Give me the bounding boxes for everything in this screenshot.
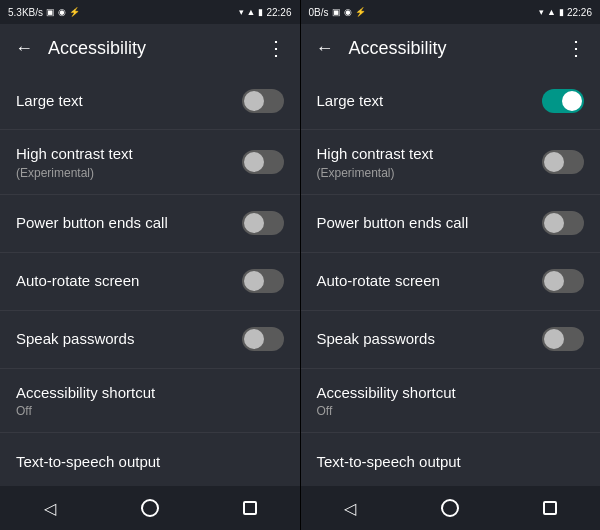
nav-bar: ◁ [301,486,601,530]
panel-right: 0B/s ▣ ◉ ⚡▾ ▲ ▮ 22:26←Accessibility⋮Larg… [301,0,601,530]
wifi-icon: ▾ [239,7,244,17]
settings-item-text: Auto-rotate screen [16,271,242,291]
toggle-large-text[interactable] [242,89,284,113]
settings-item-text: Speak passwords [317,329,543,349]
more-button[interactable]: ⋮ [560,32,592,64]
settings-item-label: Auto-rotate screen [16,271,242,291]
signal-bars: ▲ [547,7,556,17]
settings-item-text: Power button ends call [16,213,242,233]
settings-item-accessibility-shortcut[interactable]: Accessibility shortcutOff [301,369,601,434]
signal-bars: ▲ [247,7,256,17]
nav-bar: ◁ [0,486,300,530]
toggle-power-button[interactable] [242,211,284,235]
settings-item-speak-passwords[interactable]: Speak passwords [301,311,601,369]
settings-list: Large textHigh contrast text(Experimenta… [301,72,601,486]
back-button[interactable]: ← [309,32,341,64]
settings-item-label: Large text [317,91,543,111]
status-bar: 5.3KB/s ▣ ◉ ⚡▾ ▲ ▮ 22:26 [0,0,300,24]
settings-item-text: Text-to-speech output [317,452,585,472]
status-left: 0B/s ▣ ◉ ⚡ [309,7,366,18]
settings-item-label: High contrast text [317,144,543,164]
sim-icon: ▣ [332,7,341,17]
flash-icon: ⚡ [69,7,80,17]
toggle-high-contrast[interactable] [242,150,284,174]
settings-item-text: Auto-rotate screen [317,271,543,291]
battery-icon: ▮ [559,7,564,17]
flash-icon: ⚡ [355,7,366,17]
settings-item-label: Speak passwords [16,329,242,349]
settings-item-label: Power button ends call [317,213,543,233]
signal-speed: 5.3KB/s [8,7,43,18]
more-button[interactable]: ⋮ [260,32,292,64]
settings-item-text: Accessibility shortcutOff [16,383,284,419]
settings-item-sublabel: Off [16,404,284,418]
settings-item-label: Speak passwords [317,329,543,349]
toggle-large-text[interactable] [542,89,584,113]
clock: 22:26 [567,7,592,18]
status-bar: 0B/s ▣ ◉ ⚡▾ ▲ ▮ 22:26 [301,0,601,24]
settings-item-tts-output[interactable]: Text-to-speech output [301,433,601,486]
toggle-speak-passwords[interactable] [542,327,584,351]
settings-item-large-text[interactable]: Large text [0,72,300,130]
status-left: 5.3KB/s ▣ ◉ ⚡ [8,7,80,18]
settings-item-large-text[interactable]: Large text [301,72,601,130]
settings-item-high-contrast[interactable]: High contrast text(Experimental) [0,130,300,195]
settings-item-auto-rotate[interactable]: Auto-rotate screen [301,253,601,311]
location-icon: ◉ [58,7,66,17]
settings-item-power-button[interactable]: Power button ends call [301,195,601,253]
settings-item-text: Power button ends call [317,213,543,233]
back-button[interactable]: ← [8,32,40,64]
signal-speed: 0B/s [309,7,329,18]
settings-item-speak-passwords[interactable]: Speak passwords [0,311,300,369]
status-right: ▾ ▲ ▮ 22:26 [539,7,592,18]
toggle-auto-rotate[interactable] [242,269,284,293]
settings-item-high-contrast[interactable]: High contrast text(Experimental) [301,130,601,195]
toggle-high-contrast[interactable] [542,150,584,174]
settings-item-label: Accessibility shortcut [16,383,284,403]
nav-back-button[interactable]: ◁ [328,486,372,530]
settings-item-text: Large text [317,91,543,111]
nav-recent-button[interactable] [228,486,272,530]
settings-item-label: Large text [16,91,242,111]
toolbar: ←Accessibility⋮ [301,24,601,72]
settings-item-label: Text-to-speech output [317,452,585,472]
nav-home-button[interactable] [428,486,472,530]
settings-item-label: Power button ends call [16,213,242,233]
settings-item-text: Text-to-speech output [16,452,284,472]
nav-recent-button[interactable] [528,486,572,530]
settings-item-text: Large text [16,91,242,111]
toggle-power-button[interactable] [542,211,584,235]
settings-item-text: High contrast text(Experimental) [16,144,242,180]
nav-home-button[interactable] [128,486,172,530]
settings-item-auto-rotate[interactable]: Auto-rotate screen [0,253,300,311]
settings-item-sublabel: (Experimental) [16,166,242,180]
status-right: ▾ ▲ ▮ 22:26 [239,7,292,18]
settings-item-tts-output[interactable]: Text-to-speech output [0,433,300,486]
nav-back-button[interactable]: ◁ [28,486,72,530]
page-title: Accessibility [349,38,553,59]
settings-item-label: Text-to-speech output [16,452,284,472]
settings-item-label: Accessibility shortcut [317,383,585,403]
settings-item-sublabel: (Experimental) [317,166,543,180]
settings-item-power-button[interactable]: Power button ends call [0,195,300,253]
location-icon: ◉ [344,7,352,17]
settings-item-sublabel: Off [317,404,585,418]
battery-icon: ▮ [258,7,263,17]
panel-left: 5.3KB/s ▣ ◉ ⚡▾ ▲ ▮ 22:26←Accessibility⋮L… [0,0,300,530]
settings-item-text: High contrast text(Experimental) [317,144,543,180]
toggle-speak-passwords[interactable] [242,327,284,351]
toggle-auto-rotate[interactable] [542,269,584,293]
settings-item-accessibility-shortcut[interactable]: Accessibility shortcutOff [0,369,300,434]
settings-item-label: Auto-rotate screen [317,271,543,291]
toolbar: ←Accessibility⋮ [0,24,300,72]
settings-item-text: Speak passwords [16,329,242,349]
page-title: Accessibility [48,38,252,59]
clock: 22:26 [266,7,291,18]
sim-icon: ▣ [46,7,55,17]
wifi-icon: ▾ [539,7,544,17]
settings-item-text: Accessibility shortcutOff [317,383,585,419]
settings-list: Large textHigh contrast text(Experimenta… [0,72,300,486]
settings-item-label: High contrast text [16,144,242,164]
